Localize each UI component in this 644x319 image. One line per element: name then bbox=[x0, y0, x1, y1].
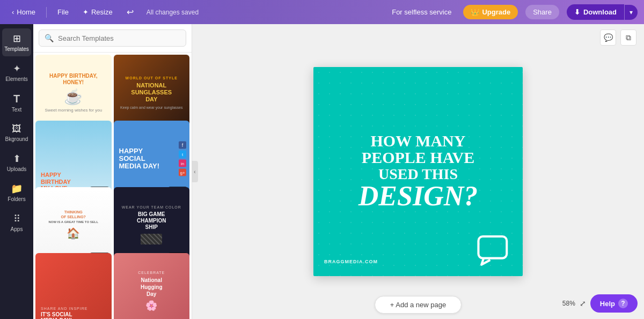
chevron-down-icon: ▾ bbox=[630, 9, 633, 16]
tpl4-social-icons: f t in g+ bbox=[179, 142, 186, 176]
navbar: ‹ Home File ✦ Resize ↩ All changes saved… bbox=[0, 0, 644, 24]
add-page-label: + Add a new page bbox=[390, 301, 446, 309]
tpl2-text: NATIONALSUNGLASSESDAY bbox=[131, 82, 172, 103]
share-label: Share bbox=[533, 8, 552, 16]
sidebar-label-apps: Apps bbox=[11, 226, 23, 232]
duplicate-icon: ⧉ bbox=[626, 33, 631, 42]
file-menu-button[interactable]: File bbox=[52, 6, 74, 18]
sidebar-item-background[interactable]: 🖼 Bkground bbox=[2, 119, 31, 146]
apps-icon: ⠿ bbox=[13, 213, 20, 225]
templates-icon: ⊞ bbox=[13, 33, 21, 44]
upgrade-label: Upgrade bbox=[482, 8, 510, 16]
design-canvas[interactable]: HOW MANY PEOPLE HAVE USED THIS DESIGN? B… bbox=[313, 67, 523, 276]
twitter-icon: t bbox=[179, 151, 186, 158]
uploads-icon: ⬆ bbox=[13, 153, 21, 165]
sidebar-label-templates: Templates bbox=[4, 46, 29, 52]
search-input-wrap[interactable]: 🔍 bbox=[39, 29, 186, 47]
design-line1: HOW MANY bbox=[358, 132, 478, 150]
comment-button[interactable]: 💬 bbox=[600, 29, 616, 46]
tpl2-inner: WORLD OUT OF STYLE NATIONALSUNGLASSESDAY… bbox=[114, 55, 190, 131]
tpl3-inner: HAPPYBIRTHDAYMY LOVE bbox=[35, 121, 112, 197]
tpl6-stripes bbox=[141, 234, 162, 244]
speech-bubble-icon bbox=[477, 234, 512, 266]
template-card-socialday1[interactable]: HAPPYSOCIALMEDIA DAY! f t in g+ FREE bbox=[114, 121, 190, 197]
tpl6-inner: WEAR YOUR TEAM COLOR BIG GAMECHAMPIONSHI… bbox=[114, 187, 190, 263]
add-page-button[interactable]: + Add a new page bbox=[375, 296, 462, 314]
template-card-birthday1[interactable]: HAPPY BIRTHDAY, HONEY! ☕ Sweet morning w… bbox=[35, 55, 112, 131]
template-card-hugging[interactable]: Celebrate NationalHuggingDay 🌸 bbox=[114, 253, 190, 319]
panel-collapse-handle[interactable]: ‹ bbox=[192, 161, 198, 182]
download-group: ⬇ Download ▾ bbox=[567, 4, 638, 20]
nav-divider bbox=[46, 7, 47, 18]
tpl8-inner: Celebrate NationalHuggingDay 🌸 bbox=[114, 253, 190, 319]
help-label: Help bbox=[600, 300, 615, 308]
sidebar-item-text[interactable]: T Text bbox=[2, 88, 31, 117]
resize-button[interactable]: ✦ Resize bbox=[77, 6, 118, 18]
template-card-bigame[interactable]: WEAR YOUR TEAM COLOR BIG GAMECHAMPIONSHI… bbox=[114, 187, 190, 263]
main-layout: ⊞ Templates ✦ Elements T Text 🖼 Bkground… bbox=[0, 24, 644, 319]
tpl5-inner: THINKINGOF SELLING?NOW IS A GREAT TIME T… bbox=[35, 187, 112, 263]
resize-label: Resize bbox=[91, 8, 113, 16]
tpl5-text: THINKINGOF SELLING?NOW IS A GREAT TIME T… bbox=[48, 210, 98, 225]
sidebar-label-elements: Elements bbox=[5, 76, 28, 82]
tpl7-inner: SHARE AND INSPIRE IT'S SOCIALMEDIA DAY! bbox=[35, 253, 112, 319]
sidebar-item-apps[interactable]: ⠿ Apps bbox=[2, 209, 31, 236]
home-button[interactable]: ‹ Home bbox=[6, 6, 41, 18]
background-icon: 🖼 bbox=[12, 123, 21, 135]
template-card-sunglasses[interactable]: WORLD OUT OF STYLE NATIONALSUNGLASSESDAY… bbox=[114, 55, 190, 131]
design-line4: DESIGN? bbox=[358, 182, 478, 211]
crown-icon: 👑 bbox=[471, 8, 479, 16]
sidebar-label-uploads: Uploads bbox=[7, 166, 27, 172]
tpl1-cup-icon: ☕ bbox=[64, 88, 83, 106]
template-card-socialday2[interactable]: SHARE AND INSPIRE IT'S SOCIALMEDIA DAY! bbox=[35, 253, 112, 319]
search-input[interactable] bbox=[58, 34, 180, 42]
canvas-toolbar: 💬 ⧉ bbox=[600, 29, 636, 46]
download-caret-button[interactable]: ▾ bbox=[624, 5, 638, 20]
sidebar-item-uploads[interactable]: ⬆ Uploads bbox=[2, 149, 31, 176]
sidebar: ⊞ Templates ✦ Elements T Text 🖼 Bkground… bbox=[0, 24, 33, 319]
canvas-area: 💬 ⧉ HOW MANY PEOPLE HAVE USED THIS DESIG… bbox=[192, 24, 644, 319]
template-card-birthday2[interactable]: HAPPYBIRTHDAYMY LOVE FREE bbox=[35, 121, 112, 197]
tpl6-text: BIG GAMECHAMPIONSHIP bbox=[137, 211, 166, 231]
download-icon: ⬇ bbox=[574, 8, 580, 16]
chevron-left-icon: ‹ bbox=[12, 8, 14, 16]
instagram-icon: in bbox=[179, 160, 186, 167]
folders-icon: 📁 bbox=[11, 183, 23, 195]
tpl7-text: IT'S SOCIALMEDIA DAY! bbox=[41, 311, 106, 319]
sidebar-item-elements[interactable]: ✦ Elements bbox=[2, 58, 31, 86]
save-status: All changes saved bbox=[147, 9, 199, 16]
download-label: Download bbox=[583, 8, 617, 16]
elements-icon: ✦ bbox=[13, 63, 21, 75]
tpl4-inner: HAPPYSOCIALMEDIA DAY! f t in g+ bbox=[114, 121, 190, 197]
share-button[interactable]: Share bbox=[525, 5, 559, 19]
sidebar-item-templates[interactable]: ⊞ Templates bbox=[2, 28, 31, 56]
templates-panel: 🔍 HAPPY BIRTHDAY, HONEY! ☕ Sweet morning… bbox=[33, 24, 192, 319]
comment-icon: 💬 bbox=[604, 33, 613, 42]
undo-button[interactable]: ↩ bbox=[121, 5, 139, 19]
sidebar-label-text: Text bbox=[12, 107, 21, 113]
template-card-selling[interactable]: THINKINGOF SELLING?NOW IS A GREAT TIME T… bbox=[35, 187, 112, 263]
search-bar: 🔍 bbox=[33, 24, 192, 53]
help-question-icon: ? bbox=[618, 299, 628, 308]
tpl8-text: NationalHuggingDay bbox=[141, 277, 163, 298]
upgrade-button[interactable]: 👑 Upgrade bbox=[463, 5, 518, 19]
templates-grid: HAPPY BIRTHDAY, HONEY! ☕ Sweet morning w… bbox=[33, 53, 192, 319]
home-label: Home bbox=[17, 8, 35, 16]
tpl1-heading: HAPPY BIRTHDAY, HONEY! bbox=[40, 73, 107, 86]
canvas-design-text: HOW MANY PEOPLE HAVE USED THIS DESIGN? bbox=[348, 127, 489, 217]
resize-icon: ✦ bbox=[83, 8, 89, 16]
expand-icon[interactable]: ⤢ bbox=[580, 299, 586, 308]
tpl8-flower-icon: 🌸 bbox=[145, 300, 157, 311]
file-label: File bbox=[57, 8, 69, 16]
download-button[interactable]: ⬇ Download bbox=[567, 4, 624, 20]
search-icon: 🔍 bbox=[45, 34, 54, 42]
tpl7-subtitle: SHARE AND INSPIRE bbox=[41, 307, 106, 310]
facebook-icon: f bbox=[179, 142, 186, 149]
duplicate-button[interactable]: ⧉ bbox=[620, 29, 636, 46]
help-button[interactable]: Help ? bbox=[590, 294, 638, 313]
sidebar-item-folders[interactable]: 📁 Folders bbox=[2, 179, 31, 206]
text-icon: T bbox=[13, 93, 20, 105]
design-line3: USED THIS bbox=[358, 166, 478, 182]
tpl5-house-icon: 🏠 bbox=[67, 227, 80, 240]
design-line2: PEOPLE HAVE bbox=[358, 149, 478, 166]
